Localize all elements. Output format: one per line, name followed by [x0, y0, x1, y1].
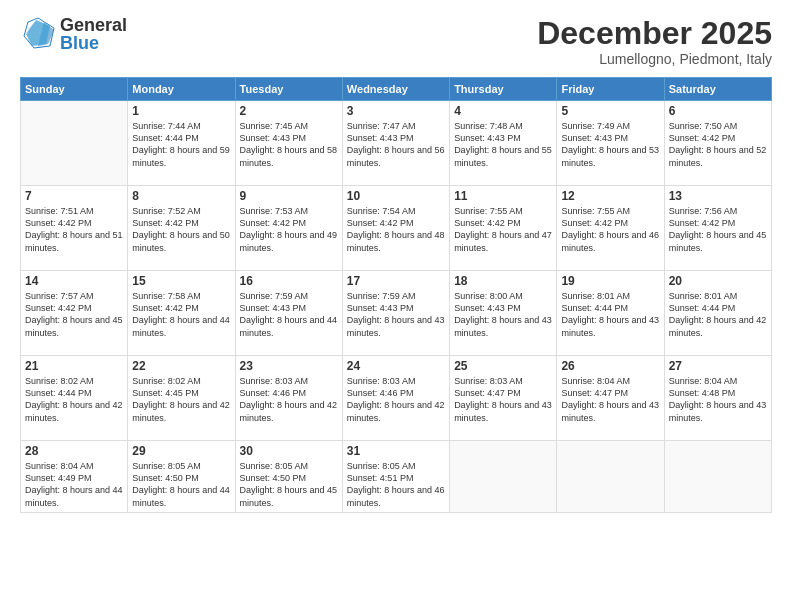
day-number: 13: [669, 189, 767, 203]
cell-details: Sunrise: 7:45 AMSunset: 4:43 PMDaylight:…: [240, 120, 338, 169]
day-number: 19: [561, 274, 659, 288]
calendar-cell: 30Sunrise: 8:05 AMSunset: 4:50 PMDayligh…: [235, 441, 342, 513]
day-number: 9: [240, 189, 338, 203]
cell-details: Sunrise: 7:58 AMSunset: 4:42 PMDaylight:…: [132, 290, 230, 339]
cell-details: Sunrise: 8:05 AMSunset: 4:50 PMDaylight:…: [240, 460, 338, 509]
calendar-cell: 23Sunrise: 8:03 AMSunset: 4:46 PMDayligh…: [235, 356, 342, 441]
day-number: 15: [132, 274, 230, 288]
day-number: 16: [240, 274, 338, 288]
day-number: 4: [454, 104, 552, 118]
calendar-cell: 28Sunrise: 8:04 AMSunset: 4:49 PMDayligh…: [21, 441, 128, 513]
calendar-cell: 21Sunrise: 8:02 AMSunset: 4:44 PMDayligh…: [21, 356, 128, 441]
calendar-cell: 11Sunrise: 7:55 AMSunset: 4:42 PMDayligh…: [450, 186, 557, 271]
calendar-cell: [664, 441, 771, 513]
calendar-cell: 26Sunrise: 8:04 AMSunset: 4:47 PMDayligh…: [557, 356, 664, 441]
header: General Blue December 2025 Lumellogno, P…: [20, 16, 772, 67]
cell-details: Sunrise: 8:02 AMSunset: 4:44 PMDaylight:…: [25, 375, 123, 424]
calendar-cell: 3Sunrise: 7:47 AMSunset: 4:43 PMDaylight…: [342, 101, 449, 186]
cell-details: Sunrise: 7:52 AMSunset: 4:42 PMDaylight:…: [132, 205, 230, 254]
cell-details: Sunrise: 7:51 AMSunset: 4:42 PMDaylight:…: [25, 205, 123, 254]
calendar-week-1: 7Sunrise: 7:51 AMSunset: 4:42 PMDaylight…: [21, 186, 772, 271]
calendar-table: SundayMondayTuesdayWednesdayThursdayFrid…: [20, 77, 772, 513]
day-number: 2: [240, 104, 338, 118]
calendar-cell: 31Sunrise: 8:05 AMSunset: 4:51 PMDayligh…: [342, 441, 449, 513]
cell-details: Sunrise: 7:55 AMSunset: 4:42 PMDaylight:…: [454, 205, 552, 254]
page-container: General Blue December 2025 Lumellogno, P…: [0, 0, 792, 612]
cell-details: Sunrise: 7:54 AMSunset: 4:42 PMDaylight:…: [347, 205, 445, 254]
day-header-saturday: Saturday: [664, 78, 771, 101]
calendar-week-4: 28Sunrise: 8:04 AMSunset: 4:49 PMDayligh…: [21, 441, 772, 513]
day-number: 7: [25, 189, 123, 203]
cell-details: Sunrise: 8:01 AMSunset: 4:44 PMDaylight:…: [561, 290, 659, 339]
day-number: 28: [25, 444, 123, 458]
day-number: 27: [669, 359, 767, 373]
cell-details: Sunrise: 8:01 AMSunset: 4:44 PMDaylight:…: [669, 290, 767, 339]
cell-details: Sunrise: 8:04 AMSunset: 4:48 PMDaylight:…: [669, 375, 767, 424]
day-header-thursday: Thursday: [450, 78, 557, 101]
calendar-cell: 10Sunrise: 7:54 AMSunset: 4:42 PMDayligh…: [342, 186, 449, 271]
calendar-cell: 15Sunrise: 7:58 AMSunset: 4:42 PMDayligh…: [128, 271, 235, 356]
cell-details: Sunrise: 7:53 AMSunset: 4:42 PMDaylight:…: [240, 205, 338, 254]
calendar-cell: 7Sunrise: 7:51 AMSunset: 4:42 PMDaylight…: [21, 186, 128, 271]
day-number: 1: [132, 104, 230, 118]
day-number: 25: [454, 359, 552, 373]
cell-details: Sunrise: 7:59 AMSunset: 4:43 PMDaylight:…: [240, 290, 338, 339]
calendar-header-row: SundayMondayTuesdayWednesdayThursdayFrid…: [21, 78, 772, 101]
logo-general-text: General: [60, 16, 127, 34]
cell-details: Sunrise: 7:49 AMSunset: 4:43 PMDaylight:…: [561, 120, 659, 169]
calendar-week-3: 21Sunrise: 8:02 AMSunset: 4:44 PMDayligh…: [21, 356, 772, 441]
logo-blue-text: Blue: [60, 34, 127, 52]
cell-details: Sunrise: 7:50 AMSunset: 4:42 PMDaylight:…: [669, 120, 767, 169]
day-header-sunday: Sunday: [21, 78, 128, 101]
day-header-tuesday: Tuesday: [235, 78, 342, 101]
day-number: 11: [454, 189, 552, 203]
cell-details: Sunrise: 8:02 AMSunset: 4:45 PMDaylight:…: [132, 375, 230, 424]
day-header-monday: Monday: [128, 78, 235, 101]
day-number: 24: [347, 359, 445, 373]
calendar-week-2: 14Sunrise: 7:57 AMSunset: 4:42 PMDayligh…: [21, 271, 772, 356]
day-number: 20: [669, 274, 767, 288]
logo-text: General Blue: [60, 16, 127, 52]
calendar-cell: 20Sunrise: 8:01 AMSunset: 4:44 PMDayligh…: [664, 271, 771, 356]
day-header-wednesday: Wednesday: [342, 78, 449, 101]
calendar-week-0: 1Sunrise: 7:44 AMSunset: 4:44 PMDaylight…: [21, 101, 772, 186]
logo: General Blue: [20, 16, 127, 52]
day-number: 29: [132, 444, 230, 458]
calendar-cell: 19Sunrise: 8:01 AMSunset: 4:44 PMDayligh…: [557, 271, 664, 356]
cell-details: Sunrise: 7:56 AMSunset: 4:42 PMDaylight:…: [669, 205, 767, 254]
calendar-cell: 4Sunrise: 7:48 AMSunset: 4:43 PMDaylight…: [450, 101, 557, 186]
calendar-cell: 16Sunrise: 7:59 AMSunset: 4:43 PMDayligh…: [235, 271, 342, 356]
day-number: 22: [132, 359, 230, 373]
cell-details: Sunrise: 8:03 AMSunset: 4:47 PMDaylight:…: [454, 375, 552, 424]
calendar-cell: 25Sunrise: 8:03 AMSunset: 4:47 PMDayligh…: [450, 356, 557, 441]
calendar-cell: 14Sunrise: 7:57 AMSunset: 4:42 PMDayligh…: [21, 271, 128, 356]
month-title: December 2025: [537, 16, 772, 51]
day-number: 14: [25, 274, 123, 288]
calendar-cell: 18Sunrise: 8:00 AMSunset: 4:43 PMDayligh…: [450, 271, 557, 356]
cell-details: Sunrise: 7:48 AMSunset: 4:43 PMDaylight:…: [454, 120, 552, 169]
cell-details: Sunrise: 7:57 AMSunset: 4:42 PMDaylight:…: [25, 290, 123, 339]
calendar-cell: 12Sunrise: 7:55 AMSunset: 4:42 PMDayligh…: [557, 186, 664, 271]
cell-details: Sunrise: 7:44 AMSunset: 4:44 PMDaylight:…: [132, 120, 230, 169]
day-number: 8: [132, 189, 230, 203]
day-number: 18: [454, 274, 552, 288]
calendar-cell: 27Sunrise: 8:04 AMSunset: 4:48 PMDayligh…: [664, 356, 771, 441]
logo-icon: [20, 16, 56, 52]
calendar-cell: 2Sunrise: 7:45 AMSunset: 4:43 PMDaylight…: [235, 101, 342, 186]
calendar-cell: 29Sunrise: 8:05 AMSunset: 4:50 PMDayligh…: [128, 441, 235, 513]
calendar-cell: 8Sunrise: 7:52 AMSunset: 4:42 PMDaylight…: [128, 186, 235, 271]
day-number: 26: [561, 359, 659, 373]
calendar-cell: [450, 441, 557, 513]
title-block: December 2025 Lumellogno, Piedmont, Ital…: [537, 16, 772, 67]
cell-details: Sunrise: 8:05 AMSunset: 4:50 PMDaylight:…: [132, 460, 230, 509]
day-number: 3: [347, 104, 445, 118]
calendar-cell: [557, 441, 664, 513]
cell-details: Sunrise: 8:04 AMSunset: 4:47 PMDaylight:…: [561, 375, 659, 424]
calendar-cell: 22Sunrise: 8:02 AMSunset: 4:45 PMDayligh…: [128, 356, 235, 441]
day-number: 17: [347, 274, 445, 288]
calendar-cell: 6Sunrise: 7:50 AMSunset: 4:42 PMDaylight…: [664, 101, 771, 186]
day-header-friday: Friday: [557, 78, 664, 101]
cell-details: Sunrise: 8:03 AMSunset: 4:46 PMDaylight:…: [240, 375, 338, 424]
cell-details: Sunrise: 8:03 AMSunset: 4:46 PMDaylight:…: [347, 375, 445, 424]
calendar-cell: 1Sunrise: 7:44 AMSunset: 4:44 PMDaylight…: [128, 101, 235, 186]
